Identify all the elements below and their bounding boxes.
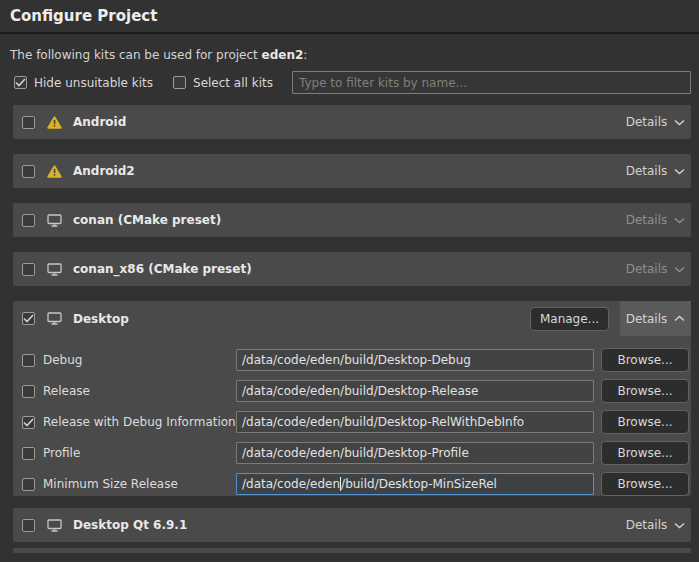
intro-text: The following kits can be used for proje… xyxy=(10,48,699,62)
kit-row-android2[interactable]: Android2Details xyxy=(13,154,691,188)
build-config-row: Release/data/code/eden/build/Desktop-Rel… xyxy=(22,379,689,403)
kit-row-desktop[interactable]: DesktopManage...Details xyxy=(13,301,691,336)
config-label-box: Debug xyxy=(22,353,236,367)
config-checkbox[interactable] xyxy=(22,416,35,429)
build-config-row: Debug/data/code/eden/build/Desktop-Debug… xyxy=(22,348,689,372)
chevron-down-icon xyxy=(674,266,685,273)
details-toggle[interactable]: Details xyxy=(620,154,691,188)
kit-row-conan-x86-cmake-preset[interactable]: conan_x86 (CMake preset)Details xyxy=(13,252,691,286)
build-dir-input[interactable]: /data/code/eden/build/Desktop-Debug xyxy=(236,349,594,371)
browse-button[interactable]: Browse... xyxy=(601,472,689,496)
desktop-icon xyxy=(47,519,62,532)
desktop-icon xyxy=(47,214,62,227)
config-label[interactable]: Debug xyxy=(43,353,82,367)
config-checkbox[interactable] xyxy=(22,478,35,491)
details-toggle[interactable]: Details xyxy=(620,105,691,139)
project-name: eden2 xyxy=(262,48,304,62)
config-checkbox[interactable] xyxy=(22,354,35,367)
kit-checkbox[interactable] xyxy=(22,116,35,129)
build-config-row: Minimum Size Release/data/code/eden/buil… xyxy=(22,472,689,496)
hide-unsuitable-label[interactable]: Hide unsuitable kits xyxy=(34,76,153,90)
configure-project-page: Configure Project The following kits can… xyxy=(0,6,699,562)
config-label[interactable]: Minimum Size Release xyxy=(43,477,178,491)
kit-row-desktop-qt-6-9-1[interactable]: Desktop Qt 6.9.1Details xyxy=(13,508,691,542)
config-label[interactable]: Profile xyxy=(43,446,80,460)
kit-toolbar: Hide unsuitable kits Select all kits xyxy=(14,71,691,94)
warning-icon xyxy=(47,116,62,129)
kit-filter-input[interactable] xyxy=(292,71,691,94)
config-label-box: Minimum Size Release xyxy=(22,477,236,491)
details-label: Details xyxy=(626,518,668,532)
path-text-before-caret: /data/code/eden xyxy=(242,477,340,491)
browse-button[interactable]: Browse... xyxy=(601,348,689,372)
kit-name: Desktop xyxy=(73,312,129,326)
chevron-down-icon xyxy=(674,217,685,224)
details-label: Details xyxy=(626,262,668,276)
kit-list: AndroidDetailsAndroid2Detailsconan (CMak… xyxy=(13,105,691,553)
build-dir-input[interactable]: /data/code/eden/build/Desktop-Profile xyxy=(236,442,594,464)
browse-button[interactable]: Browse... xyxy=(601,410,689,434)
intro-suffix: : xyxy=(303,48,307,62)
details-label: Details xyxy=(626,213,668,227)
intro-prefix: The following kits can be used for proje… xyxy=(10,48,262,62)
kit-name: Desktop Qt 6.9.1 xyxy=(73,518,187,532)
desktop-icon xyxy=(47,263,62,276)
browse-button[interactable]: Browse... xyxy=(601,379,689,403)
kit-name: Android xyxy=(73,115,126,129)
title-separator xyxy=(0,32,699,34)
details-toggle[interactable]: Details xyxy=(620,203,691,237)
select-all-label[interactable]: Select all kits xyxy=(193,76,273,90)
chevron-up-icon xyxy=(674,315,685,322)
details-toggle[interactable]: Details xyxy=(620,508,691,542)
hide-unsuitable-checkbox[interactable] xyxy=(14,76,27,89)
kit-name: conan (CMake preset) xyxy=(73,213,221,227)
chevron-down-icon xyxy=(674,522,685,529)
kit-row-android[interactable]: AndroidDetails xyxy=(13,105,691,139)
config-checkbox[interactable] xyxy=(22,447,35,460)
kit-checkbox[interactable] xyxy=(22,519,35,532)
details-label: Details xyxy=(626,164,668,178)
build-config-row: Profile/data/code/eden/build/Desktop-Pro… xyxy=(22,441,689,465)
config-checkbox[interactable] xyxy=(22,385,35,398)
build-dir-input[interactable]: /data/code/eden/build/Desktop-Release xyxy=(236,380,594,402)
kit-row-partial xyxy=(13,548,691,553)
desktop-icon xyxy=(47,312,62,325)
kit-checkbox[interactable] xyxy=(22,263,35,276)
config-label[interactable]: Release xyxy=(43,384,90,398)
browse-button[interactable]: Browse... xyxy=(601,441,689,465)
page-title: Configure Project xyxy=(10,6,699,27)
config-label-box: Profile xyxy=(22,446,236,460)
manage-button[interactable]: Manage... xyxy=(530,307,609,331)
chevron-down-icon xyxy=(674,168,685,175)
details-label: Details xyxy=(626,312,668,326)
path-text-after-caret: /build/Desktop-MinSizeRel xyxy=(341,477,497,491)
kit-checkbox[interactable] xyxy=(22,165,35,178)
kit-checkbox[interactable] xyxy=(22,312,35,325)
kit-name: Android2 xyxy=(73,164,135,178)
build-config-row: Release with Debug Information/data/code… xyxy=(22,410,689,434)
details-label: Details xyxy=(626,115,668,129)
warning-icon xyxy=(47,165,62,178)
kit-row-conan-cmake-preset[interactable]: conan (CMake preset)Details xyxy=(13,203,691,237)
config-label-box: Release xyxy=(22,384,236,398)
config-label[interactable]: Release with Debug Information xyxy=(43,415,236,429)
kit-checkbox[interactable] xyxy=(22,214,35,227)
details-toggle[interactable]: Details xyxy=(620,252,691,286)
build-dir-input[interactable]: /data/code/eden/build/Desktop-MinSizeRel xyxy=(236,473,594,495)
hide-unsuitable-group: Hide unsuitable kits xyxy=(14,76,153,90)
kit-name: conan_x86 (CMake preset) xyxy=(73,262,252,276)
select-all-group: Select all kits xyxy=(173,76,273,90)
build-config-list: Debug/data/code/eden/build/Desktop-Debug… xyxy=(13,336,691,496)
config-label-box: Release with Debug Information xyxy=(22,415,236,429)
chevron-down-icon xyxy=(674,119,685,126)
kit-section-desktop: DesktopManage...DetailsDebug/data/code/e… xyxy=(13,301,691,496)
build-dir-input[interactable]: /data/code/eden/build/Desktop-RelWithDeb… xyxy=(236,411,594,433)
select-all-checkbox[interactable] xyxy=(173,76,186,89)
details-toggle[interactable]: Details xyxy=(620,301,691,336)
